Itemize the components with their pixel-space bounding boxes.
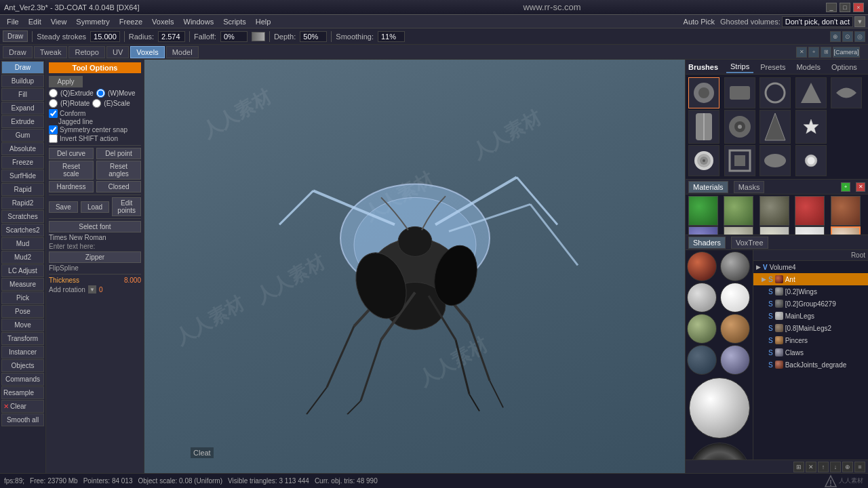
sidebar-extrude[interactable]: Extrude — [1, 115, 44, 128]
radio-scale[interactable] — [92, 99, 101, 108]
maximize-btn[interactable]: □ — [840, 3, 850, 12]
menu-view[interactable]: View — [47, 16, 71, 27]
del-curve-btn[interactable]: Del curve — [49, 148, 94, 159]
voxtree-row-mainlegs2[interactable]: ▶ S [0.8]MainLegs2 — [753, 322, 868, 334]
materials-tab[interactable]: Materials — [688, 181, 728, 193]
menu-freeze[interactable]: Freeze — [115, 16, 146, 27]
sidebar-rapid2[interactable]: Rapid2 — [1, 197, 44, 209]
brush-cell-2[interactable] — [724, 77, 755, 108]
voxtree-row-wings[interactable]: ▶ S [0.2]Wings — [753, 285, 868, 298]
mat-cell-10[interactable] — [831, 226, 861, 235]
mat-cell-4[interactable] — [795, 196, 825, 226]
mat-cell-5[interactable] — [831, 196, 861, 226]
shader-ring-preview[interactable] — [689, 443, 750, 460]
voxtree-row-backjoints[interactable]: ▶ S BackJoints_degrade — [753, 359, 868, 371]
smoothing-value[interactable]: 11% — [378, 31, 405, 42]
voxtree-row-pincers[interactable]: ▶ S Pincers — [753, 334, 868, 346]
conform-checkbox[interactable] — [49, 109, 58, 118]
sidebar-smooth-all[interactable]: Smooth all — [1, 413, 44, 426]
sidebar-pick[interactable]: Pick — [1, 291, 44, 304]
sidebar-gum[interactable]: Gum — [1, 129, 44, 142]
sidebar-pose[interactable]: Pose — [1, 305, 44, 318]
mat-cell-9[interactable] — [795, 226, 825, 235]
rp-btn-4[interactable]: ↓ — [830, 462, 841, 472]
falloff-value[interactable]: 0% — [220, 31, 248, 42]
shader-6[interactable] — [720, 314, 750, 344]
tab-uv[interactable]: UV — [106, 46, 129, 58]
mat-cell-2[interactable] — [724, 196, 753, 226]
depth-value[interactable]: 50% — [300, 31, 327, 42]
brush-cell-10[interactable] — [688, 145, 719, 176]
sidebar-draw[interactable]: Draw — [1, 61, 44, 74]
tab-voxels[interactable]: Voxels — [130, 46, 164, 58]
edit-points-btn[interactable]: Edit points — [112, 197, 141, 216]
sidebar-objects[interactable]: Objects — [1, 359, 44, 372]
camera-label[interactable]: [Camera] — [833, 47, 860, 58]
tab-splines[interactable]: Splines — [864, 62, 868, 73]
brush-cell-4[interactable] — [795, 77, 827, 108]
brush-cell-12[interactable] — [760, 145, 791, 176]
sidebar-buildup[interactable]: Buildup — [1, 75, 44, 87]
menu-scripts[interactable]: Scripts — [219, 16, 250, 27]
tool-icon-3[interactable]: ◎ — [854, 31, 865, 42]
radio-extrude[interactable] — [49, 89, 58, 98]
tab-model[interactable]: Model — [166, 46, 199, 58]
rp-btn-1[interactable]: ⊞ — [793, 462, 804, 472]
sidebar-mud[interactable]: Mud — [1, 237, 44, 250]
menu-auto-pick[interactable]: Auto Pick — [679, 16, 719, 27]
radio-wmove[interactable] — [96, 89, 105, 98]
minimize-btn[interactable]: _ — [826, 3, 837, 12]
viewport[interactable]: 人人素材 人人素材 人人素材 人人素材 人人素材 人人素材 — [144, 60, 685, 473]
invert-shift-checkbox[interactable] — [49, 134, 58, 143]
brush-cell-13[interactable] — [795, 145, 827, 176]
view-icon-1[interactable]: ✕ — [796, 47, 807, 58]
radio-rotate[interactable] — [49, 99, 58, 108]
sidebar-resample[interactable]: Resample — [1, 386, 44, 399]
brush-cell-9[interactable] — [795, 110, 827, 144]
voxtree-row-mainlegs[interactable]: ▶ S MainLegs — [753, 310, 868, 322]
select-font-btn[interactable]: Select font — [49, 221, 141, 232]
symmetry-snap-checkbox[interactable] — [49, 125, 58, 134]
voxtree-row-volume4[interactable]: ▶ V Volume4 — [753, 261, 868, 273]
sidebar-measure[interactable]: Measure — [1, 278, 44, 291]
sidebar-instancer[interactable]: Instancer — [1, 346, 44, 359]
rp-btn-2[interactable]: ✕ — [806, 462, 816, 472]
tab-strips[interactable]: Strips — [726, 61, 753, 73]
falloff-preview[interactable] — [252, 32, 265, 41]
sidebar-freeze[interactable]: Freeze — [1, 156, 44, 169]
sidebar-absolute[interactable]: Absolute — [1, 142, 44, 155]
rp-btn-6[interactable]: ≡ — [854, 462, 865, 472]
tab-draw[interactable]: Draw — [3, 46, 33, 58]
mat-close-btn[interactable]: ✕ — [856, 182, 865, 192]
mat-cell-8[interactable] — [760, 226, 789, 235]
sidebar-lc-adjust[interactable]: LC Adjust — [1, 264, 44, 277]
sidebar-surfhide[interactable]: SurfHide — [1, 169, 44, 182]
sidebar-clear[interactable]: ✕ Clear — [1, 400, 44, 413]
tab-retopo[interactable]: Retopo — [68, 46, 104, 58]
tool-icon-2[interactable]: ⊙ — [842, 31, 853, 42]
steady-value[interactable]: 15.000 — [90, 31, 120, 42]
save-btn[interactable]: Save — [49, 201, 78, 213]
shader-2[interactable] — [720, 251, 750, 281]
brush-cell-8[interactable] — [760, 110, 791, 144]
zipper-btn[interactable]: Zipper — [49, 251, 141, 263]
sidebar-transform[interactable]: Transform — [1, 332, 44, 345]
sidebar-rapid[interactable]: Rapid — [1, 183, 44, 196]
tab-presets[interactable]: Presets — [756, 62, 789, 73]
shader-8[interactable] — [720, 345, 750, 375]
tool-icon-1[interactable]: ⊕ — [830, 31, 841, 42]
tab-options[interactable]: Options — [827, 62, 861, 73]
brush-cell-6[interactable] — [688, 110, 719, 144]
rp-btn-3[interactable]: ↑ — [818, 462, 829, 472]
radius-value[interactable]: 2.574 — [158, 31, 185, 42]
close-btn[interactable]: × — [853, 3, 864, 12]
window-controls[interactable]: _ □ × — [826, 3, 864, 12]
brush-cell-7[interactable] — [724, 110, 755, 144]
shader-7[interactable] — [687, 345, 717, 375]
mat-cell-7[interactable] — [724, 226, 753, 235]
sidebar-scratches[interactable]: Scratches — [1, 210, 44, 223]
voxtree-row-group46[interactable]: ▶ S [0.2]Group46279 — [753, 298, 868, 310]
reset-angles-btn[interactable]: Reset angles — [96, 161, 141, 180]
brush-cell-11[interactable] — [724, 145, 755, 176]
voxtree-tab[interactable]: VoxTree — [731, 237, 768, 249]
